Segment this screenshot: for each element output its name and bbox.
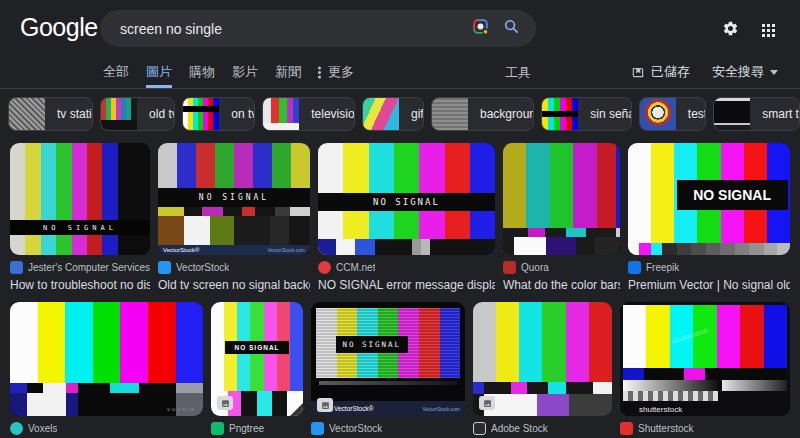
no-signal-banner: NO SIGNAL — [336, 336, 408, 353]
result-caption: VectorStock Old tv screen no signal back… — [158, 261, 310, 292]
result-title[interactable]: How to troubleshoot no displa... — [10, 278, 150, 292]
gradient-strip-right — [722, 380, 787, 391]
favicon — [311, 422, 324, 435]
tab-videos[interactable]: 影片 — [232, 56, 258, 88]
search-input[interactable]: screen no single — [120, 21, 472, 37]
tools-button[interactable]: 工具 — [505, 64, 531, 82]
favicon — [211, 422, 224, 435]
google-apps-icon[interactable] — [761, 23, 776, 38]
result-title[interactable]: Old tv screen no signal backgrou... — [158, 278, 310, 292]
chip-thumb — [101, 98, 137, 130]
chip-sin-senal[interactable]: sin señal — [541, 97, 632, 131]
tabs-right-meta: 已儲存 安全搜尋 — [631, 63, 778, 81]
result-caption: Quora What do the color bars fr... — [503, 261, 620, 292]
result-source[interactable]: Jester's Computer Services — [10, 261, 150, 274]
image-result[interactable]: shutterstock shutterstock — [620, 302, 790, 416]
chip-label: gif — [399, 107, 424, 121]
no-signal-banner: NO SIGNAL — [10, 220, 150, 235]
chip-label: test — [676, 107, 706, 121]
result-source[interactable]: VectorStock — [311, 422, 465, 435]
image-result[interactable]: NO SIGNAL — [628, 143, 790, 255]
search-result: shutterstock shutterstock Shutterstock 8… — [620, 302, 790, 438]
tv-reflection — [319, 381, 458, 386]
chip-test[interactable]: test — [639, 97, 706, 131]
collections-bookmark-icon — [631, 65, 645, 79]
search-bar[interactable]: screen no single — [100, 10, 536, 47]
result-title[interactable]: What do the color bars fr... — [503, 278, 620, 292]
result-caption: Freepik Premium Vector | No signal old t… — [628, 261, 790, 292]
result-caption: Shutterstock 8,221 No Signal Tv Images, … — [620, 422, 790, 438]
tab-shopping[interactable]: 購物 — [189, 56, 215, 88]
header-right-icons — [722, 20, 776, 41]
chip-gif[interactable]: gif — [362, 97, 424, 131]
result-source[interactable]: CCM.net — [318, 261, 495, 274]
results-row-1: NO SIGNAL Jester's Computer Services How… — [0, 143, 800, 292]
gallery-icon — [217, 396, 233, 410]
settings-gear-icon[interactable] — [722, 20, 739, 41]
color-bars — [473, 302, 612, 382]
tab-more[interactable]: 更多 — [318, 56, 354, 88]
image-result[interactable] — [473, 302, 612, 416]
favicon — [620, 422, 633, 435]
chevron-down-icon — [770, 70, 778, 75]
search-result: NO SIGNAL VectorStock® VectorStock.com V… — [311, 302, 465, 438]
image-result[interactable]: voxels — [10, 302, 203, 416]
chip-thumb — [640, 98, 676, 130]
favicon — [473, 422, 486, 435]
search-result: voxels Voxels Television Screen No Signa… — [10, 302, 203, 438]
color-bars — [623, 305, 788, 368]
watermark-bar: VectorStock® VectorStock.com — [158, 245, 310, 255]
search-icon[interactable] — [503, 18, 520, 39]
result-source[interactable]: Quora — [503, 261, 620, 274]
result-title[interactable]: Premium Vector | No signal old tv scre..… — [628, 278, 790, 292]
source-name: CCM.net — [336, 262, 375, 273]
pattern-strip — [623, 368, 788, 379]
pattern-blocks — [158, 216, 310, 245]
google-lens-icon[interactable] — [472, 18, 489, 39]
chip-thumb — [714, 98, 750, 130]
chip-on-tv[interactable]: on tv — [182, 97, 255, 131]
tab-more-label: 更多 — [328, 63, 354, 81]
result-source[interactable]: Shutterstock — [620, 422, 790, 435]
favicon — [503, 261, 516, 274]
tabs-left: 全部 圖片 購物 影片 新聞 更多 — [103, 56, 354, 88]
chip-television[interactable]: television — [262, 97, 355, 131]
image-result[interactable]: NO SIGNAL — [318, 143, 495, 255]
search-result: Adobe Stock No Signal" Images – Browse .… — [473, 302, 612, 438]
pattern-strip — [503, 228, 620, 237]
chip-label: television — [299, 107, 355, 121]
safesearch-button[interactable]: 安全搜尋 — [712, 63, 778, 81]
saved-button[interactable]: 已儲存 — [631, 63, 690, 81]
result-source[interactable]: Adobe Stock — [473, 422, 612, 435]
result-type-tabs: 全部 圖片 購物 影片 新聞 更多 工具 已儲存 安全搜尋 — [0, 56, 800, 89]
watermark-bar: shutterstock — [620, 402, 790, 416]
image-result[interactable]: NO SIGNAL — [10, 143, 150, 255]
image-result[interactable]: NO SIGNAL — [211, 302, 303, 416]
chip-old-tv[interactable]: old tv — [100, 97, 175, 131]
image-result[interactable] — [503, 143, 620, 255]
result-source[interactable]: Voxels — [10, 422, 203, 435]
chip-background[interactable]: background — [431, 97, 534, 131]
result-title[interactable]: NO SIGNAL error message displayed o... — [318, 278, 495, 292]
image-result[interactable]: NO SIGNAL VectorStock® VectorStock.com — [311, 302, 465, 416]
chip-tv-static[interactable]: tv static — [8, 97, 93, 131]
image-result[interactable]: NO SIGNAL VectorStock® VectorStock.com — [158, 143, 310, 255]
search-result: NO SIGNAL Pngtree No Signal Screen W... — [211, 302, 303, 438]
watermark-bar: VectorStock® VectorStock.com — [311, 401, 465, 416]
result-caption: Adobe Stock No Signal" Images – Browse .… — [473, 422, 612, 438]
no-signal-banner: NO SIGNAL — [158, 188, 310, 207]
tab-images[interactable]: 圖片 — [146, 56, 172, 88]
result-source[interactable]: Freepik — [628, 261, 790, 274]
source-name: Voxels — [28, 423, 57, 434]
result-source[interactable]: VectorStock — [158, 261, 310, 274]
pattern-strip — [158, 207, 310, 216]
google-logo[interactable]: Google — [20, 13, 98, 42]
result-source[interactable]: Pngtree — [211, 422, 303, 435]
tab-all[interactable]: 全部 — [103, 56, 129, 88]
tab-news[interactable]: 新聞 — [275, 56, 301, 88]
chip-smart-tv[interactable]: smart tv — [713, 97, 800, 131]
color-bars — [503, 143, 620, 228]
no-signal-banner: NO SIGNAL — [677, 180, 788, 210]
source-name: Pngtree — [229, 423, 264, 434]
favicon — [158, 261, 171, 274]
